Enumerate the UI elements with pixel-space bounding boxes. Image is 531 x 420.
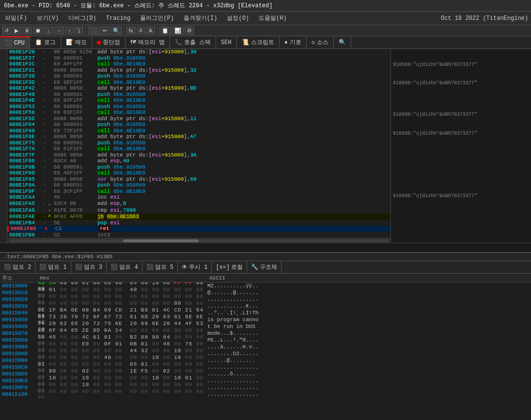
disasm-row[interactable]: 008E1FA5 · 83C4 08 add esp,8 [7,201,390,207]
disasm-row[interactable]: 008E1F31 · 8086 0050 add byte ptr ds:[es… [7,67,390,74]
menu-debug[interactable]: 디버그(D) [66,13,98,23]
hex-row[interactable]: 00915100 00 00 00 00 00 00 00 00 00 00 0… [0,391,531,398]
main-top-area: 008E1F20 · 80 0050 9150 add byte ptr ds:… [0,49,531,243]
search-icon: 🔍 [339,39,346,46]
tab-search[interactable]: 🔍 [334,36,351,48]
comment-row [391,199,531,205]
bottom-tab-dump5[interactable]: ⬛ 덤프 5 [142,261,178,273]
tab-cpu[interactable]: ⬛ CPU [0,36,30,48]
disasm-row[interactable]: 008E1F27 · 68 600591 push 6be.910560 [7,55,390,62]
dump1-icon: ⬛ [39,264,47,271]
menu-file[interactable]: 파일(F) [3,13,29,23]
comment-row [391,224,531,230]
disasm-row[interactable]: 008E1FAE · ^ 0F82 AFFD jb 6be.8E1D63 [7,214,390,220]
tb-pause[interactable]: ⏸ [22,27,32,34]
comment-row [391,218,531,224]
bottom-tab-watch1[interactable]: 👁 주시 1 [178,261,212,273]
comment-row [391,174,531,180]
tb-restart[interactable]: ↺ [2,27,11,35]
disasm-row[interactable]: 008E1F69 · E8 72F1FF call 6be.8E10E0 [7,128,390,134]
tb-chart[interactable]: 📊 [172,27,184,35]
left-gutter [0,49,7,243]
disasm-row[interactable]: 008E1F9F · E8 3CF1FF call 6be.8E10E0 [7,188,390,195]
tb-fx[interactable]: fx [126,27,136,34]
titlebar: 6be.exe - PID: 6540 - 모듈: 6be.exe - 스레드:… [0,0,531,12]
menu-view[interactable]: 보기(V) [35,13,61,23]
tab-breakpoints[interactable]: 중단점 [92,36,125,48]
tb-clipboard[interactable]: 📋 [159,27,171,35]
disasm-row-current[interactable]: 008E1FB5 ● C3 ret [7,226,390,232]
disasm-row[interactable]: 008E1FB6 · CC int3 [7,232,390,238]
disasm-row[interactable]: 008E1F53 · 68 600591 push 6be.910560 [7,104,390,110]
disasm-row[interactable]: 008E1F86 · 83C4 40 add esp,40 [7,158,390,164]
bottom-tab-dump2[interactable]: ⬛ 덤프 2 [0,261,35,273]
comment-row [391,93,531,99]
tab-symbols[interactable]: ♦ 기호 [280,36,307,48]
tb-run-to[interactable]: ⤵ [75,27,83,34]
bottom-tab-dump3[interactable]: ⬛ 덤프 3 [71,261,107,273]
hscroll-thumb[interactable] [123,239,199,242]
menu-help[interactable]: 도움말(H) [257,13,289,23]
disasm-row[interactable]: 008E1F2C · E8 AFF1FF call 6be.8E10E0 [7,61,390,67]
disasm-row[interactable]: 008E1F3D · E8 9EF1FF call 6be.8E10E0 [7,79,390,86]
tb-step-into[interactable]: ↓ [44,27,53,34]
disasm-row[interactable]: 008E1F58 · E8 83F1FF call 6be.8E10E0 [7,109,390,116]
disasm-row[interactable]: 008E1F9A · 68 600591 push 6be.910560 [7,182,390,188]
disasm-row[interactable]: 008E1F38 · 68 600591 push 6be.910560 [7,73,390,79]
tb-step-over[interactable]: → [54,27,64,34]
disasm-row[interactable]: 008E1FA4 · 46 inc esi [7,194,390,201]
infobar: .text:008E1FB5 6be.exe:$1FB5 #13B5 [0,252,531,261]
disasm-row[interactable]: 008E1F49 · 68 600591 push 6be.910560 [7,92,390,98]
disasm-row[interactable]: 008E1F95 · 80B6 0050 xor byte ptr ds:[es… [7,176,390,183]
tb-stop[interactable]: ⏹ [33,27,43,34]
bottom-tab-dump1[interactable]: ⬛ 덤프 1 [35,261,71,273]
tb-font[interactable]: A [146,27,155,34]
disasm-row[interactable]: 008E1F6E · 8086 0050 add byte ptr ds:[es… [7,134,390,140]
menu-tracing[interactable]: Tracing [104,14,132,23]
menu-settings[interactable]: 설정(O) [225,13,251,23]
tab-memory-map[interactable]: 🗺 메모리 맵 [125,36,170,48]
disasm-row[interactable]: 008E1F90 · E8 4DF1FF call 6be.8E10E0 [7,170,390,176]
tab-log[interactable]: 📋 로그 [30,36,61,48]
tab-seh[interactable]: SEH [216,36,237,48]
comment-row [391,230,531,236]
bottom-tab-struct[interactable]: 🔧 구조체 [247,261,281,273]
bottom-tab-dump4[interactable]: ⬛ 덤프 4 [107,261,142,273]
tb-bp[interactable]: ⬛ [88,27,99,35]
disasm-row[interactable]: 008E1F75 · 68 600591 push 6be.910560 [7,140,390,146]
disasm-area[interactable]: 008E1F20 · 80 0050 9150 add byte ptr ds:… [7,49,390,243]
script-icon: 📜 [242,39,249,46]
disasm-row[interactable]: 008E1FB4 · 5E pop esi [7,220,390,226]
tb-config[interactable]: ⚙ [185,27,194,35]
tb-run[interactable]: ▶ [12,27,21,35]
menubar: 파일(F) 보기(V) 디버그(D) Tracing 플러그인(P) 즐겨찾기(… [0,12,531,25]
watch-icon: 👁 [182,264,187,271]
tb-edit[interactable]: ✏ [100,27,109,35]
disasm-row[interactable]: 008E1F20 · 80 0050 9150 add byte ptr ds:… [7,49,390,55]
tb-step-out[interactable]: ↑ [65,27,74,34]
tab-source[interactable]: ◇ 소스 [307,36,334,48]
horizontal-scrollbar[interactable] [7,238,390,243]
disasm-row[interactable]: 008E1F64 · 68 600591 push 6be.910560 [7,122,390,128]
comment-row [391,187,531,193]
disasm-row[interactable]: 008E1F5D · 8086 0050 add byte ptr ds:[es… [7,116,390,122]
tab-memo[interactable]: 📝 메모 [61,36,92,48]
titlebar-text: 6be.exe - PID: 6540 - 모듈: 6be.exe - 스레드:… [4,2,272,9]
disasm-row[interactable]: 008E1F8B · 68 600591 push 6be.910560 [7,164,390,171]
tb-search[interactable]: 🔍 [110,27,122,35]
disasm-row[interactable]: 008E1F42 · 8086 0050 add byte ptr ds:[es… [7,85,390,92]
tb-hash[interactable]: # [137,27,145,34]
disasm-row[interactable]: 008E1F7F · 8086 0050 add byte ptr ds:[es… [7,152,390,158]
comment-row [391,137,531,143]
tab-script[interactable]: 📜 스크립트 [237,36,280,48]
menu-date: Oct 18 2022 (TitanEngine) [441,15,528,22]
tab-call-stack[interactable]: 📞 호출 스택 [170,36,216,48]
menu-favorites[interactable]: 즐겨찾기(I) [182,13,219,23]
log-icon: 📋 [35,39,42,46]
bottom-tab-local[interactable]: [x=] 로컬 [212,261,247,273]
disasm-row[interactable]: 008E1F7A · E8 61F1FF call 6be.8E10E0 [7,146,390,152]
disasm-row[interactable]: 008E1FA8 · --- 81FE 0078 cmp esi,7800 [7,206,390,214]
disasm-row[interactable]: 008E1F4E · E8 8DF1FF call 6be.8E10E0 [7,97,390,104]
comment-row [391,161,531,168]
menu-plugins[interactable]: 플러그인(P) [138,13,176,23]
